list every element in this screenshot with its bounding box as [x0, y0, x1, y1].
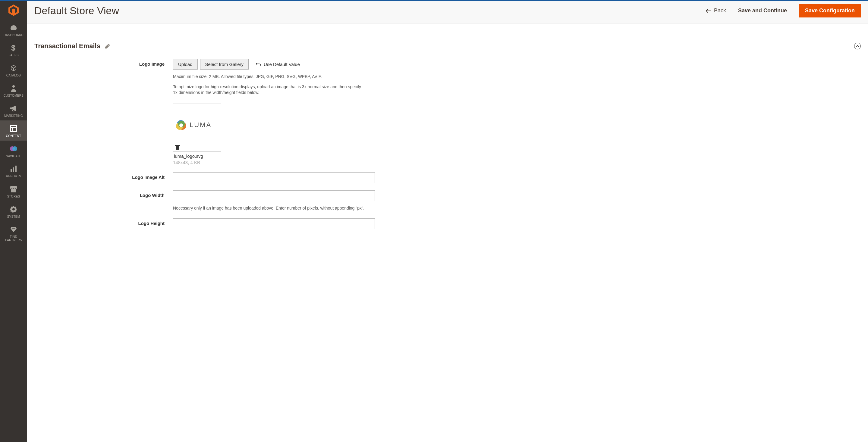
sidebar-item-sales[interactable]: $ SALES: [0, 40, 27, 60]
collapse-toggle[interactable]: [854, 43, 861, 49]
sidebar-item-partners[interactable]: FIND PARTNERS: [0, 221, 27, 245]
gauge-icon: [10, 24, 17, 32]
field-label: Logo Height: [138, 221, 164, 229]
sidebar-item-label: NAVIGATE: [6, 155, 21, 158]
sidebar: DASHBOARD $ SALES CATALOG CUSTOMERS MARK…: [0, 0, 27, 442]
logo-preview-image: LUMA: [175, 106, 219, 144]
select-from-gallery-button[interactable]: Select from Gallery: [200, 59, 249, 70]
sidebar-item-reports[interactable]: REPORTS: [0, 161, 27, 181]
megaphone-icon: [10, 104, 18, 112]
arrow-left-icon: [706, 9, 711, 13]
svg-text:LUMA: LUMA: [190, 121, 212, 129]
sidebar-item-label: REPORTS: [6, 175, 21, 178]
form-row-logo-image: Logo Image Upload Select from Gallery Us…: [34, 56, 861, 169]
sidebar-item-label: CUSTOMERS: [4, 94, 24, 97]
sidebar-item-dashboard[interactable]: DASHBOARD: [0, 20, 27, 40]
svg-rect-7: [10, 169, 12, 172]
save-configuration-button[interactable]: Save Configuration: [799, 4, 861, 18]
sidebar-item-catalog[interactable]: CATALOG: [0, 60, 27, 80]
person-icon: [11, 84, 16, 92]
magento-logo[interactable]: [0, 1, 27, 20]
sidebar-item-marketing[interactable]: MARKETING: [0, 100, 27, 121]
form-row-logo-height: Logo Height: [34, 215, 861, 229]
form-row-logo-width: Logo Width Necessary only if an image ha…: [34, 187, 861, 215]
sidebar-item-content[interactable]: CONTENT: [0, 121, 27, 141]
help-text: To optimize logo for high-resolution dis…: [173, 84, 366, 96]
upload-button[interactable]: Upload: [173, 59, 198, 70]
sidebar-item-system[interactable]: SYSTEM: [0, 201, 27, 221]
field-label: Logo Width: [140, 193, 164, 211]
box-icon: [10, 64, 17, 72]
svg-point-1: [12, 85, 15, 88]
store-icon: [10, 185, 17, 193]
save-and-continue-button[interactable]: Save and Continue: [738, 7, 787, 14]
trash-icon[interactable]: [175, 144, 181, 150]
sidebar-item-label: SYSTEM: [7, 215, 20, 218]
section-title: Transactional Emails: [34, 42, 100, 50]
page-header: Default Store View Back Save and Continu…: [27, 1, 868, 24]
logo-height-input[interactable]: [173, 218, 375, 229]
help-text: Maximum file size: 2 MB. Allowed file ty…: [173, 74, 366, 80]
back-button[interactable]: Back: [706, 7, 726, 14]
sidebar-item-stores[interactable]: STORES: [0, 181, 27, 201]
dollar-icon: $: [11, 44, 16, 52]
sidebar-item-label: CONTENT: [6, 134, 21, 138]
bar-chart-icon: [10, 165, 17, 173]
svg-rect-2: [10, 126, 17, 132]
sidebar-item-label: SALES: [8, 54, 19, 57]
page-title: Default Store View: [34, 5, 119, 16]
field-label: Logo Image Alt: [132, 175, 164, 183]
svg-point-14: [179, 124, 183, 127]
form-row-logo-alt: Logo Image Alt: [34, 169, 861, 187]
field-label: Logo Image: [139, 61, 164, 165]
uploaded-file-meta: 148x43, 4 KB: [173, 160, 390, 165]
back-label: Back: [714, 7, 726, 14]
pencil-icon[interactable]: [105, 44, 110, 48]
svg-rect-8: [13, 167, 14, 172]
sidebar-item-label: CATALOG: [6, 74, 21, 77]
use-default-label: Use Default Value: [264, 62, 300, 67]
use-default-value-button[interactable]: Use Default Value: [256, 62, 300, 67]
layout-icon: [10, 125, 17, 133]
svg-rect-9: [16, 166, 17, 172]
logo-image-alt-input[interactable]: [173, 172, 375, 183]
sidebar-item-customers[interactable]: CUSTOMERS: [0, 80, 27, 100]
uploaded-filename: luma_logo.svg: [173, 153, 205, 159]
section-header: Transactional Emails: [34, 34, 861, 56]
gear-icon: [10, 205, 17, 213]
sidebar-item-label: MARKETING: [4, 114, 23, 117]
partners-icon: [10, 226, 17, 233]
sidebar-item-label: FIND PARTNERS: [1, 235, 26, 242]
undo-icon: [256, 62, 261, 67]
sidebar-item-label: STORES: [7, 195, 20, 198]
sidebar-item-navigate[interactable]: NAVIGATE: [0, 141, 27, 161]
chevron-up-icon: [856, 45, 859, 47]
svg-point-6: [12, 146, 17, 151]
svg-text:$: $: [11, 44, 16, 52]
help-text: Necessary only if an image has been uplo…: [173, 205, 366, 211]
logo-width-input[interactable]: [173, 190, 375, 201]
sidebar-item-label: DASHBOARD: [4, 33, 24, 37]
navigate-icon: [9, 145, 18, 152]
logo-image-preview: LUMA: [173, 104, 221, 152]
